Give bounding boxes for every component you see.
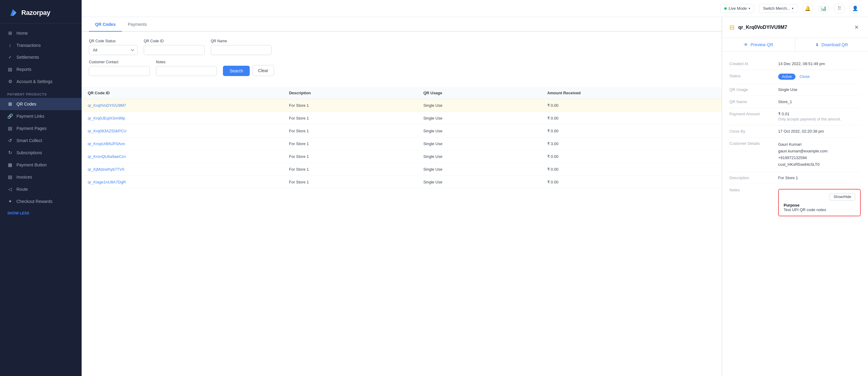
sidebar-item-payment-pages[interactable]: ▤ Payment Pages bbox=[0, 122, 82, 134]
activity-button[interactable]: 📊 bbox=[818, 3, 829, 14]
activity-icon: 📊 bbox=[820, 5, 827, 11]
table-row[interactable]: qr_KronQU6a9aeCzn For Store 1 Single Use… bbox=[82, 150, 721, 163]
sidebar-item-home[interactable]: ⊞ Home bbox=[0, 27, 82, 39]
route-icon: ◁ bbox=[7, 186, 13, 192]
table-row[interactable]: qr_Krq0VoDYlVU9M7 For Store 1 Single Use… bbox=[82, 99, 721, 112]
smart-collect-icon: ↺ bbox=[7, 138, 13, 143]
sidebar-item-qr-codes[interactable]: ⊞ QR Codes bbox=[0, 98, 82, 110]
col-header-qr-id: QR Code ID bbox=[82, 87, 283, 99]
razorpay-logo-icon bbox=[7, 7, 18, 18]
switch-merchant-button[interactable]: Switch Merch... ▾ bbox=[759, 4, 797, 13]
sidebar-item-subscriptions-label: Subscriptions bbox=[17, 150, 42, 155]
panel-close-button[interactable]: ✕ bbox=[852, 23, 861, 32]
sidebar-item-settlements[interactable]: ✓ Settlements bbox=[0, 51, 82, 63]
table-row[interactable]: qr_KropUrBNJF0Ann For Store 1 Single Use… bbox=[82, 137, 721, 150]
sidebar-item-payment-button[interactable]: ▦ Payment Button bbox=[0, 159, 82, 171]
payment-products-section-label: PAYMENT PRODUCTS bbox=[0, 88, 82, 98]
user-icon: 👤 bbox=[852, 5, 858, 11]
notes-filter-input[interactable] bbox=[156, 66, 217, 76]
download-qr-button[interactable]: ⬇ Download QR bbox=[795, 38, 868, 52]
table-row[interactable]: qr_Kiage1nU8A7DgR For Store 1 Single Use… bbox=[82, 176, 721, 189]
status-filter-select[interactable]: All Active Closed bbox=[89, 45, 138, 55]
checkout-rewards-icon: ✦ bbox=[7, 199, 13, 204]
filter-group-customer-contact: Customer Contact bbox=[89, 60, 150, 76]
profile-button[interactable]: 👤 bbox=[850, 3, 861, 14]
table-row[interactable]: qr_Krq083AZS0kPCU For Store 1 Single Use… bbox=[82, 125, 721, 137]
qr-id-filter-input[interactable] bbox=[144, 45, 205, 55]
sidebar-item-checkout-rewards-label: Checkout Rewards bbox=[17, 199, 52, 204]
customer-contact-filter-input[interactable] bbox=[89, 66, 150, 76]
sidebar-item-invoices[interactable]: ▤ Invoices bbox=[0, 171, 82, 183]
qr-codes-table: QR Code ID Description QR Usage Amount R… bbox=[82, 87, 721, 189]
notes-header: Show/Hide bbox=[784, 193, 855, 201]
tab-qr-codes[interactable]: QR Codes bbox=[89, 17, 122, 32]
qr-name-filter-input[interactable] bbox=[211, 45, 272, 55]
cell-description: For Store 1 bbox=[283, 99, 417, 112]
search-button[interactable]: Search bbox=[223, 66, 250, 76]
customer-email: gauri.kumari@example.com bbox=[778, 148, 861, 155]
tab-payments[interactable]: Payments bbox=[122, 17, 153, 32]
switch-merch-chevron-icon: ▾ bbox=[792, 7, 794, 10]
qr-code-link[interactable]: qr_Krq0VoDYlVU9M7 bbox=[88, 103, 126, 108]
sidebar-item-route[interactable]: ◁ Route bbox=[0, 183, 82, 195]
sidebar-item-account-settings[interactable]: ⚙ Account & Settings bbox=[0, 75, 82, 88]
table-row[interactable]: qr_Krq0JEqIXSmWlp For Store 1 Single Use… bbox=[82, 112, 721, 125]
apps-button[interactable]: ⠿ bbox=[834, 3, 845, 14]
download-icon: ⬇ bbox=[815, 42, 819, 47]
table-body: qr_Krq0VoDYlVU9M7 For Store 1 Single Use… bbox=[82, 99, 721, 189]
qr-name-label: QR Name bbox=[730, 100, 778, 104]
preview-qr-button[interactable]: 👁 Preview QR bbox=[722, 38, 795, 52]
top-header: Live Mode ▾ Switch Merch... ▾ 🔔 📊 ⠿ 👤 bbox=[82, 0, 868, 17]
sidebar-item-transactions[interactable]: ↕ Transactions bbox=[0, 39, 82, 51]
qr-codes-icon: ⊞ bbox=[7, 101, 13, 107]
show-less-link[interactable]: SHOW LESS bbox=[0, 207, 82, 219]
right-panel: ⊟ qr_Krq0VoDYlVU9M7 ✕ 👁 Preview QR ⬇ Dow… bbox=[722, 17, 868, 376]
table-row[interactable]: qr_KjMdzwIhyb7TV0 For Store 1 Single Use… bbox=[82, 163, 721, 176]
cell-qr-id[interactable]: qr_KropUrBNJF0Ann bbox=[82, 137, 283, 150]
cell-description: For Store 1 bbox=[283, 163, 417, 176]
sidebar-item-subscriptions[interactable]: ↻ Subscriptions bbox=[0, 147, 82, 159]
sidebar-item-qr-codes-label: QR Codes bbox=[17, 102, 36, 106]
filter-group-qr-name: QR Name bbox=[211, 39, 272, 55]
sidebar: Razorpay ⊞ Home ↕ Transactions ✓ Settlem… bbox=[0, 0, 82, 376]
status-label: Status bbox=[730, 74, 778, 80]
close-status-link[interactable]: Close bbox=[800, 74, 809, 79]
qr-code-link[interactable]: qr_Krq0JEqIXSmWlp bbox=[88, 116, 125, 121]
cell-qr-id[interactable]: qr_Krq0VoDYlVU9M7 bbox=[82, 99, 283, 112]
qr-code-link[interactable]: qr_Krq083AZS0kPCU bbox=[88, 129, 126, 133]
table-container: QR Code ID Description QR Usage Amount R… bbox=[82, 81, 721, 195]
cell-description: For Store 1 bbox=[283, 112, 417, 125]
show-hide-button[interactable]: Show/Hide bbox=[830, 193, 855, 201]
sidebar-item-account-settings-label: Account & Settings bbox=[17, 79, 52, 84]
sidebar-item-smart-collect[interactable]: ↺ Smart Collect bbox=[0, 134, 82, 147]
clear-button[interactable]: Clear bbox=[252, 65, 274, 76]
qr-code-link[interactable]: qr_KronQU6a9aeCzn bbox=[88, 154, 126, 159]
description-value: For Store 1 bbox=[778, 175, 861, 180]
main-area: Live Mode ▾ Switch Merch... ▾ 🔔 📊 ⠿ 👤 bbox=[82, 0, 868, 376]
cell-qr-id[interactable]: qr_KjMdzwIhyb7TV0 bbox=[82, 163, 283, 176]
created-at-label: Created At bbox=[730, 62, 778, 66]
notifications-button[interactable]: 🔔 bbox=[802, 3, 813, 14]
sidebar-item-checkout-rewards[interactable]: ✦ Checkout Rewards bbox=[0, 195, 82, 207]
switch-merch-label: Switch Merch... bbox=[763, 6, 790, 11]
cell-description: For Store 1 bbox=[283, 150, 417, 163]
settlements-icon: ✓ bbox=[7, 55, 13, 60]
sidebar-item-reports[interactable]: ▤ Reports bbox=[0, 63, 82, 75]
filter-group-notes: Notes bbox=[156, 60, 217, 76]
qr-usage-label: QR Usage bbox=[730, 87, 778, 92]
sidebar-item-payment-links[interactable]: 🔗 Payment Links bbox=[0, 110, 82, 122]
payment-pages-icon: ▤ bbox=[7, 126, 13, 131]
live-mode-button[interactable]: Live Mode ▾ bbox=[720, 4, 754, 13]
sidebar-logo: Razorpay bbox=[0, 0, 82, 24]
customer-name: Gauri Kumari bbox=[778, 141, 861, 148]
cell-qr-id[interactable]: qr_Krq0JEqIXSmWlp bbox=[82, 112, 283, 125]
cell-qr-id[interactable]: qr_Kiage1nU8A7DgR bbox=[82, 176, 283, 189]
cell-qr-id[interactable]: qr_KronQU6a9aeCzn bbox=[82, 150, 283, 163]
live-mode-chevron-icon: ▾ bbox=[749, 7, 750, 10]
qr-code-link[interactable]: qr_Kiage1nU8A7DgR bbox=[88, 180, 126, 184]
live-mode-label: Live Mode bbox=[728, 6, 747, 11]
qr-code-link[interactable]: qr_KjMdzwIhyb7TV0 bbox=[88, 167, 124, 172]
qr-code-link[interactable]: qr_KropUrBNJF0Ann bbox=[88, 141, 125, 146]
payment-amount-main: ₹ 0.01 bbox=[778, 112, 861, 116]
cell-qr-id[interactable]: qr_Krq083AZS0kPCU bbox=[82, 125, 283, 137]
